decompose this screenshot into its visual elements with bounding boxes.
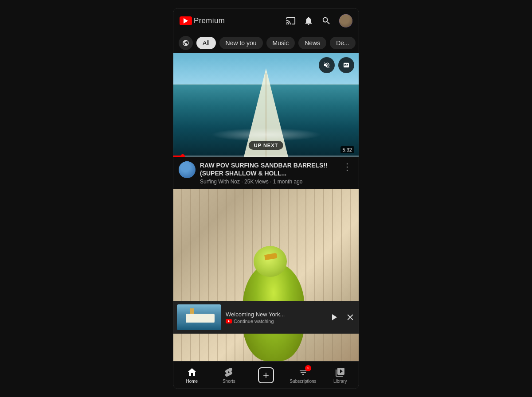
search-icon[interactable] xyxy=(321,16,331,26)
water-splash xyxy=(211,128,322,141)
video-duration: 5:32 xyxy=(340,146,354,153)
mini-player: Welcoming New York... Continue watching xyxy=(173,301,359,334)
phone-container: Premium xyxy=(173,8,359,389)
tab-music[interactable]: Music xyxy=(266,37,295,49)
library-label: Library xyxy=(333,379,347,384)
mini-player-title: Welcoming New York... xyxy=(226,311,324,318)
avatar[interactable] xyxy=(339,14,352,27)
separator2: · xyxy=(270,179,273,185)
mini-continue-row: Continue watching xyxy=(226,319,324,324)
mini-water xyxy=(177,323,221,330)
bird-head xyxy=(254,246,287,277)
mini-player-thumbnail[interactable] xyxy=(177,304,221,330)
subscriptions-label: Subscriptions xyxy=(290,379,317,384)
content-area: UP NEXT 5:32 RAW POV SURFING SANDBAR BAR… xyxy=(173,53,359,361)
nav-add[interactable] xyxy=(247,367,285,383)
subscriptions-badge: 1 xyxy=(305,365,311,371)
mini-close-button[interactable] xyxy=(345,312,355,322)
more-options-button[interactable]: ⋮ xyxy=(341,161,353,172)
view-count: 25K views xyxy=(244,179,269,185)
mini-thumb-scene xyxy=(177,304,221,330)
video-info: RAW POV SURFING SANDBAR BARRELS!! (SUPER… xyxy=(173,157,359,189)
bird-figure xyxy=(238,237,318,361)
video-meta: Surfing With Noz · 25K views · 1 month a… xyxy=(200,179,336,185)
second-video[interactable] xyxy=(173,189,359,361)
progress-dot xyxy=(180,154,185,157)
tab-all[interactable]: All xyxy=(196,37,216,49)
tab-dev[interactable]: De... xyxy=(330,37,356,49)
mini-play-button[interactable] xyxy=(329,312,339,323)
tab-new-to-you[interactable]: New to you xyxy=(219,37,263,49)
cast-icon[interactable] xyxy=(286,16,296,26)
app-header: Premium xyxy=(173,8,359,33)
mute-button[interactable] xyxy=(319,57,335,73)
up-next-badge: UP NEXT xyxy=(249,141,283,150)
tab-news[interactable]: News xyxy=(298,37,326,49)
bottom-nav: Home Shorts xyxy=(173,361,359,389)
premium-badge-icon xyxy=(226,319,232,323)
filter-tabs-bar: All New to you Music News De... xyxy=(173,33,359,53)
home-icon xyxy=(187,367,197,378)
nav-library[interactable]: Library xyxy=(321,367,359,384)
shorts-label: Shorts xyxy=(223,379,235,384)
video-age: 1 month ago xyxy=(273,179,303,185)
explore-tab-icon[interactable] xyxy=(179,36,193,50)
continue-watching-label: Continue watching xyxy=(234,319,274,324)
mini-player-controls xyxy=(329,312,355,323)
captions-button[interactable] xyxy=(338,57,354,73)
channel-name[interactable]: Surfing With Noz xyxy=(200,179,240,185)
bird-scene xyxy=(173,189,359,361)
video-title: RAW POV SURFING SANDBAR BARRELS!! (SUPER… xyxy=(200,161,336,177)
nav-shorts[interactable]: Shorts xyxy=(211,367,248,384)
header-icons xyxy=(286,14,352,27)
notifications-icon[interactable] xyxy=(304,16,313,26)
library-icon xyxy=(335,367,345,378)
logo-area[interactable]: Premium xyxy=(180,16,225,25)
video-controls xyxy=(319,57,354,73)
brand-label: Premium xyxy=(194,16,225,25)
youtube-icon xyxy=(180,16,192,25)
nav-subscriptions[interactable]: 1 Subscriptions xyxy=(285,367,322,384)
mini-boat-stack xyxy=(190,308,194,314)
add-button[interactable] xyxy=(258,367,274,383)
channel-avatar[interactable] xyxy=(179,161,196,178)
video-text: RAW POV SURFING SANDBAR BARRELS!! (SUPER… xyxy=(200,161,336,185)
nav-home[interactable]: Home xyxy=(173,367,211,384)
shorts-icon xyxy=(223,367,234,378)
mini-player-info: Welcoming New York... Continue watching xyxy=(226,311,324,324)
progress-bar[interactable] xyxy=(173,156,359,157)
home-label: Home xyxy=(186,379,198,384)
subscriptions-icon-wrapper: 1 xyxy=(298,367,309,378)
channel-avatar-img xyxy=(179,161,196,178)
video-player[interactable]: UP NEXT 5:32 xyxy=(173,53,359,157)
